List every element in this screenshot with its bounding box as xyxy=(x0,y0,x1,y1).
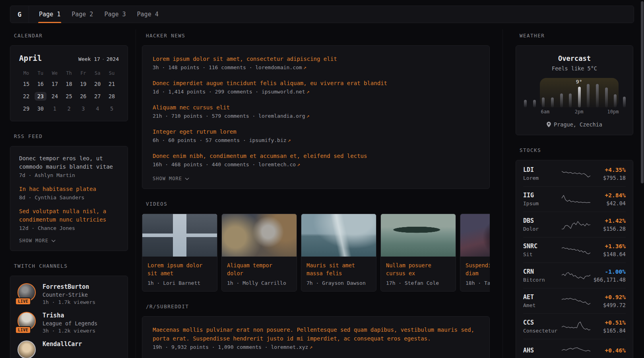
reddit-section-label: /R/SUBREDDIT xyxy=(146,304,490,309)
video-title[interactable]: Suspendisse diam xyxy=(466,261,490,277)
video-card[interactable]: Nullam posuere cursus ex17h · Stefan Col… xyxy=(380,214,456,292)
weather-bar xyxy=(569,93,572,107)
calendar-card: April Week 17·2024 MoTuWeThFrSaSu 151617… xyxy=(10,45,128,121)
rss-item-title[interactable]: Donec tempor eros leo, ut commodo mauris… xyxy=(19,154,119,171)
rss-item-title[interactable]: Sed volutpat nulla nisl, a condimentum n… xyxy=(19,207,119,224)
channel-name: KendallCarr xyxy=(43,340,82,348)
reddit-section: /R/SUBREDDIT Maecenas mollis pulvinar er… xyxy=(142,304,490,358)
item-domain-link[interactable]: ipsumworld.net xyxy=(262,89,305,95)
calendar-day[interactable]: 4 xyxy=(90,102,105,115)
item-domain-link[interactable]: loremdomain.com xyxy=(255,64,302,70)
videos-section: VIDEOS Lorem ipsum dolor sit amet consec… xyxy=(142,201,490,292)
scrollbar-thumb[interactable] xyxy=(641,1,644,183)
calendar-day[interactable]: 27 xyxy=(90,90,105,102)
calendar-day[interactable]: 17 xyxy=(48,78,62,90)
calendar-day[interactable]: 25 xyxy=(62,90,76,102)
tab-page-2[interactable]: Page 2 xyxy=(72,6,93,23)
stock-row-iig[interactable]: IIGIpsum+2.84%$42.04 xyxy=(523,186,626,212)
calendar-day[interactable]: 29 xyxy=(19,102,33,115)
video-thumbnail xyxy=(460,214,490,257)
hackernews-item-title[interactable]: Donec enim nibh, condimentum et accumsan… xyxy=(153,152,479,160)
hackernews-item-title[interactable]: Aliquam nec cursus elit xyxy=(153,103,479,112)
calendar-day[interactable]: 22 xyxy=(19,90,33,102)
hackernews-item-title[interactable]: Lorem ipsum dolor sit amet, consectetur … xyxy=(153,54,479,63)
app-logo[interactable]: G xyxy=(10,6,29,23)
separator-dot: · xyxy=(102,56,105,62)
calendar-day[interactable]: 15 xyxy=(19,78,33,90)
video-thumbnail xyxy=(142,214,217,257)
tab-page-4[interactable]: Page 4 xyxy=(137,6,159,23)
stock-row-ldi[interactable]: LDILorem+4.35%$795.18 xyxy=(523,161,626,186)
calendar-day[interactable]: 21 xyxy=(105,78,119,90)
stock-sparkline xyxy=(561,344,591,356)
calendar-day[interactable]: 1 xyxy=(48,102,62,115)
stock-row-aet[interactable]: AETAmet+0.92%$499.72 xyxy=(523,288,626,313)
calendar-day[interactable]: 24 xyxy=(48,90,62,102)
twitch-channel-row[interactable]: LIVEForrestBurtonCounter-Strike1h · 1.7k… xyxy=(17,283,120,305)
reddit-post-meta: 19h · 9,932 points · 1,090 comments · lo… xyxy=(153,344,479,350)
weather-bar xyxy=(614,94,617,107)
calendar-day[interactable]: 19 xyxy=(76,78,90,90)
tab-page-3[interactable]: Page 3 xyxy=(104,6,126,23)
video-card[interactable]: Suspendisse diam18h · Tara xyxy=(460,214,490,292)
rss-item-title[interactable]: In hac habitasse platea xyxy=(19,185,119,193)
stock-row-snrc[interactable]: SNRCSit+1.36%$148.64 xyxy=(523,237,626,263)
calendar-day[interactable]: 2 xyxy=(62,102,76,115)
hackernews-show-more-button[interactable]: SHOW MORE xyxy=(153,176,479,181)
calendar-day[interactable]: 23 xyxy=(33,90,48,102)
weather-location-row: Prague, Czechia xyxy=(524,121,625,128)
stock-row-ahs[interactable]: AHS+0.46% xyxy=(523,339,626,358)
stock-values: +1.42%$156.28 xyxy=(591,218,626,232)
video-card[interactable]: Aliquam tempor dolor nec pharetra…1h · M… xyxy=(221,214,297,292)
item-domain-link[interactable]: loremtech.co xyxy=(258,161,296,167)
item-domain-link[interactable]: loremlandia.org xyxy=(258,113,305,119)
video-title[interactable]: Aliquam tempor dolor nec pharetra… xyxy=(227,261,291,277)
hackernews-item-title[interactable]: Donec imperdiet augue tincidunt felis al… xyxy=(153,79,479,88)
calendar-day[interactable]: 26 xyxy=(76,90,90,102)
stock-name: Bitcorn xyxy=(523,277,561,283)
twitch-channel-row[interactable]: LIVETrishaLeague of Legends3h · 1.2k vie… xyxy=(17,312,120,334)
calendar-day[interactable]: 20 xyxy=(90,78,105,90)
stock-values: -1.00%$66,171.48 xyxy=(591,268,626,283)
item-domain-link[interactable]: ipsumify.biz xyxy=(249,137,287,143)
stock-row-dbs[interactable]: DBSDolor+1.42%$156.28 xyxy=(523,212,626,237)
calendar-grid: 1516171819202122232425262728293012345 xyxy=(19,78,119,115)
item-meta-text: 6h · 60 points · 57 comments · xyxy=(153,137,249,143)
video-card[interactable]: Lorem ipsum dolor sit amet consectetu…1h… xyxy=(142,214,217,292)
video-title[interactable]: Mauris sit amet massa felis xyxy=(306,261,371,277)
video-card-body: Suspendisse diam18h · Tara xyxy=(460,257,490,291)
calendar-day[interactable]: 30 xyxy=(33,102,48,115)
twitch-channel-row[interactable]: KendallCarr xyxy=(17,340,120,358)
tab-page-1[interactable]: Page 1 xyxy=(39,6,60,23)
rss-section-label: RSS FEED xyxy=(14,133,128,139)
item-meta-text: 1d · 1,414 points · 299 comments · xyxy=(153,89,262,95)
reddit-post: Maecenas mollis pulvinar erat non posuer… xyxy=(153,325,479,350)
stock-ticker: DBS xyxy=(523,217,561,224)
calendar-day[interactable]: 5 xyxy=(105,102,119,115)
hackernews-item-title[interactable]: Integer eget rutrum lorem xyxy=(153,127,479,136)
stock-row-ccs[interactable]: CCSConsectetur+0.51%$165.84 xyxy=(523,313,626,339)
reddit-post-title[interactable]: Maecenas mollis pulvinar erat non posuer… xyxy=(153,325,479,343)
calendar-weekdays: MoTuWeThFrSaSu xyxy=(19,70,119,76)
stocks-section: STOCKS LDILorem+4.35%$795.18IIGIpsum+2.8… xyxy=(516,147,633,358)
rss-list: Donec tempor eros leo, ut commodo mauris… xyxy=(19,154,119,231)
video-title[interactable]: Nullam posuere cursus ex xyxy=(386,261,450,277)
calendar-day[interactable]: 28 xyxy=(105,90,119,102)
post-domain-link[interactable]: loremnet.xyz xyxy=(271,344,308,350)
weekday-label: Th xyxy=(62,70,76,76)
rss-section: RSS FEED Donec tempor eros leo, ut commo… xyxy=(10,133,128,251)
rss-show-more-button[interactable]: SHOW MORE xyxy=(19,238,119,243)
video-title[interactable]: Lorem ipsum dolor sit amet consectetu… xyxy=(147,261,212,277)
weather-hourly-chart: 9° 6am2pm10pm xyxy=(524,80,626,115)
post-meta-text: 19h · 9,932 points · 1,090 comments · xyxy=(153,344,271,350)
video-card-body: Lorem ipsum dolor sit amet consectetu…1h… xyxy=(142,257,217,291)
calendar-day[interactable]: 18 xyxy=(62,78,76,90)
stock-sparkline xyxy=(561,168,591,180)
calendar-day[interactable]: 16 xyxy=(33,78,48,90)
stock-row-crn[interactable]: CRNBitcorn-1.00%$66,171.48 xyxy=(523,263,626,288)
location-pin-icon xyxy=(547,122,551,127)
hackernews-item: Donec imperdiet augue tincidunt felis al… xyxy=(153,79,479,95)
weather-x-label: 10pm xyxy=(607,109,619,115)
video-card[interactable]: Mauris sit amet massa felis7h · Grayson … xyxy=(301,214,376,292)
calendar-day[interactable]: 3 xyxy=(76,102,90,115)
